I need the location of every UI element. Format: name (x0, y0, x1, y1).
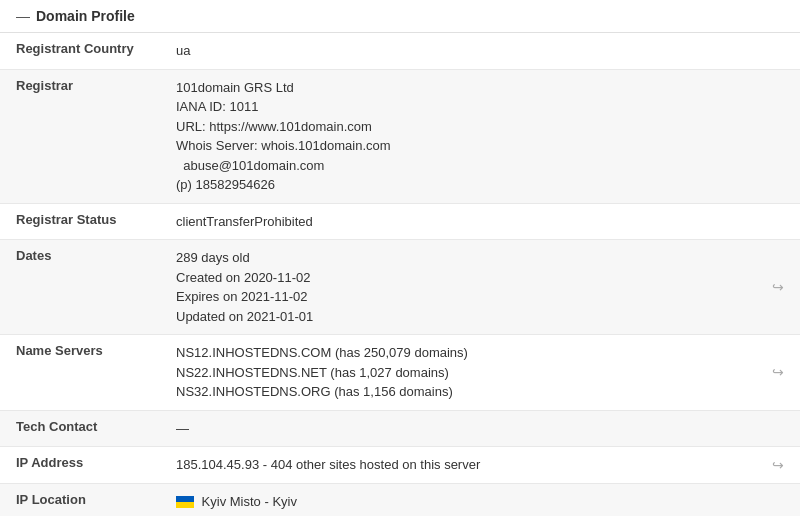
label-registrar-status: Registrar Status (0, 203, 160, 240)
table-row: Registrar Status clientTransferProhibite… (0, 203, 800, 240)
action-dates[interactable]: ↪ (756, 240, 800, 335)
action-ip-location (756, 483, 800, 516)
arrow-icon[interactable]: ↪ (772, 364, 784, 380)
action-tech-contact (756, 410, 800, 447)
ukraine-flag-icon (176, 496, 194, 508)
label-name-servers: Name Servers (0, 335, 160, 411)
value-tech-contact: — (160, 410, 756, 447)
domain-profile-table: Registrant Country ua Registrar 101domai… (0, 33, 800, 516)
label-dates: Dates (0, 240, 160, 335)
action-ip-address[interactable]: ↪ (756, 447, 800, 484)
value-dates: 289 days old Created on 2020-11-02 Expir… (160, 240, 756, 335)
table-row: Registrar 101domain GRS Ltd IANA ID: 101… (0, 69, 800, 203)
value-name-servers: NS12.INHOSTEDNS.COM (has 250,079 domains… (160, 335, 756, 411)
label-registrar: Registrar (0, 69, 160, 203)
table-row: Name Servers NS12.INHOSTEDNS.COM (has 25… (0, 335, 800, 411)
value-ip-address: 185.104.45.93 - 404 other sites hosted o… (160, 447, 756, 484)
action-registrar (756, 69, 800, 203)
label-tech-contact: Tech Contact (0, 410, 160, 447)
action-name-servers[interactable]: ↪ (756, 335, 800, 411)
arrow-icon[interactable]: ↪ (772, 279, 784, 295)
table-row: Registrant Country ua (0, 33, 800, 69)
value-registrar-status: clientTransferProhibited (160, 203, 756, 240)
value-registrar: 101domain GRS Ltd IANA ID: 1011 URL: htt… (160, 69, 756, 203)
domain-profile-header: — Domain Profile (0, 0, 800, 33)
arrow-icon[interactable]: ↪ (772, 457, 784, 473)
main-container: — Domain Profile Registrant Country ua R… (0, 0, 800, 516)
value-registrant-country: ua (160, 33, 756, 69)
domain-profile-title: Domain Profile (36, 8, 135, 24)
table-row: IP Address 185.104.45.93 - 404 other sit… (0, 447, 800, 484)
label-ip-address: IP Address (0, 447, 160, 484)
table-row: Dates 289 days old Created on 2020-11-02… (0, 240, 800, 335)
value-ip-location: Kyiv Misto - Kyiv (160, 483, 756, 516)
table-row: Tech Contact — (0, 410, 800, 447)
collapse-icon[interactable]: — (16, 8, 30, 24)
table-row: IP Location Kyiv Misto - Kyiv (0, 483, 800, 516)
action-registrar-status (756, 203, 800, 240)
label-registrant-country: Registrant Country (0, 33, 160, 69)
label-ip-location: IP Location (0, 483, 160, 516)
action-registrant-country (756, 33, 800, 69)
